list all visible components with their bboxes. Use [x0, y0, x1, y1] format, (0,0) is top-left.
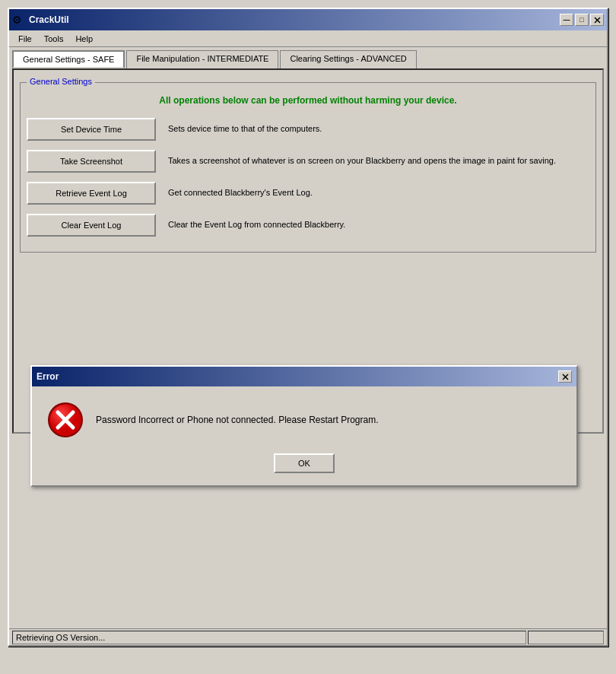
- error-buttons: OK: [32, 450, 576, 485]
- error-icon: [47, 402, 84, 438]
- error-title-bar: Error: [32, 367, 576, 386]
- error-close-icon: [562, 374, 569, 380]
- error-close-button[interactable]: [558, 370, 572, 383]
- error-title: Error: [37, 371, 558, 382]
- error-ok-button[interactable]: OK: [274, 453, 335, 473]
- error-dialog: Error: [30, 365, 578, 487]
- error-message: Password Incorrect or Phone not connecte…: [96, 415, 379, 425]
- error-body: Password Incorrect or Phone not connecte…: [32, 386, 576, 450]
- dialog-overlay: Error: [0, 0, 616, 674]
